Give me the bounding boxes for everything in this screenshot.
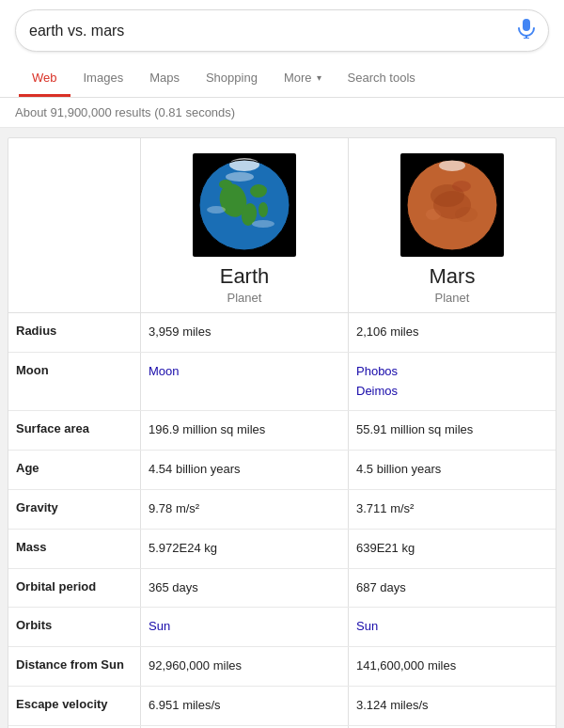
tab-search-tools[interactable]: Search tools [335,61,429,97]
earth-gravity: 9.78 m/s² [140,490,348,529]
earth-type: Planet [227,291,262,305]
svg-point-9 [226,172,254,182]
earth-orbital-period: 365 days [140,569,348,608]
row-surface-area: Surface area 196.9 million sq miles 55.9… [8,411,556,451]
mars-phobos-link[interactable]: Phobos [356,362,548,382]
earth-orbits: Sun [140,608,348,646]
mars-distance-sun: 141,600,000 miles [348,647,556,686]
label-mass: Mass [8,530,140,568]
microphone-icon[interactable] [518,18,535,43]
mars-age: 4.5 billion years [348,451,556,489]
label-gravity: Gravity [8,490,140,529]
mars-deimos-link[interactable]: Deimos [356,382,548,402]
tab-shopping[interactable]: Shopping [193,61,271,97]
svg-point-18 [452,181,471,192]
earth-escape-velocity: 6.951 miles/s [140,687,348,725]
tab-more[interactable]: More ▾ [271,61,335,97]
row-orbital-period: Orbital period 365 days 687 days [8,569,556,609]
label-column-header [8,138,140,312]
earth-image [193,153,296,257]
nav-tabs: Web Images Maps Shopping More ▾ Search t… [15,61,549,97]
earth-moon: Moon [140,353,348,411]
label-radius: Radius [8,313,140,352]
mars-name: Mars [430,264,476,289]
svg-point-11 [207,206,226,214]
mars-gravity: 3.711 m/s² [348,490,556,529]
svg-point-10 [252,220,274,228]
tab-maps[interactable]: Maps [136,61,193,97]
earth-radius: 3,959 miles [140,313,348,352]
svg-rect-0 [523,19,530,31]
earth-mass: 5.972E24 kg [140,530,348,568]
svg-point-20 [433,191,471,219]
earth-age: 4.54 billion years [140,451,348,489]
mars-mass: 639E21 kg [348,530,556,568]
mars-entity: Mars Planet [348,138,556,312]
tab-images[interactable]: Images [70,61,137,97]
earth-moon-link[interactable]: Moon [149,362,340,382]
earth-orbits-link[interactable]: Sun [149,617,340,637]
label-distance-sun: Distance from Sun [8,647,140,686]
label-moon: Moon [8,353,140,411]
mars-moons: Phobos Deimos [348,353,556,411]
row-mass: Mass 5.972E24 kg 639E21 kg [8,530,556,569]
mars-type: Planet [435,291,470,305]
mars-escape-velocity: 3.124 miles/s [348,687,556,725]
row-radius: Radius 3,959 miles 2,106 miles [8,313,556,353]
mars-image [400,153,504,257]
chevron-down-icon: ▾ [317,72,321,83]
tab-web[interactable]: Web [19,61,70,97]
mars-orbits: Sun [348,608,556,646]
label-orbital-period: Orbital period [8,569,140,608]
comparison-card: Earth Planet Mars [8,137,556,728]
row-escape-velocity: Escape velocity 6.951 miles/s 3.124 mile… [8,687,556,726]
mars-radius: 2,106 miles [348,313,556,352]
comparison-header: Earth Planet Mars [8,138,556,313]
row-moon: Moon Moon Phobos Deimos [8,353,556,412]
mars-orbital-period: 687 days [348,569,556,608]
search-input-row [15,9,549,52]
search-input[interactable] [29,23,518,40]
earth-surface-area: 196.9 million sq miles [140,411,348,450]
search-bar-container: Web Images Maps Shopping More ▾ Search t… [0,0,564,98]
result-count: About 91,900,000 results (0.81 seconds) [0,98,564,128]
label-escape-velocity: Escape velocity [8,687,140,725]
row-orbits: Orbits Sun Sun [8,608,556,647]
row-age: Age 4.54 billion years 4.5 billion years [8,451,556,490]
earth-name: Earth [220,264,270,289]
svg-point-8 [258,202,268,217]
svg-point-19 [439,160,465,171]
earth-entity: Earth Planet [140,138,348,312]
label-age: Age [8,451,140,489]
label-surface-area: Surface area [8,411,140,450]
earth-distance-sun: 92,960,000 miles [140,647,348,686]
row-distance-sun: Distance from Sun 92,960,000 miles 141,6… [8,647,556,687]
svg-point-7 [219,180,232,189]
label-orbits: Orbits [8,608,140,646]
mars-surface-area: 55.91 million sq miles [348,411,556,450]
mars-orbits-link[interactable]: Sun [356,617,548,637]
row-gravity: Gravity 9.78 m/s² 3.711 m/s² [8,490,556,530]
